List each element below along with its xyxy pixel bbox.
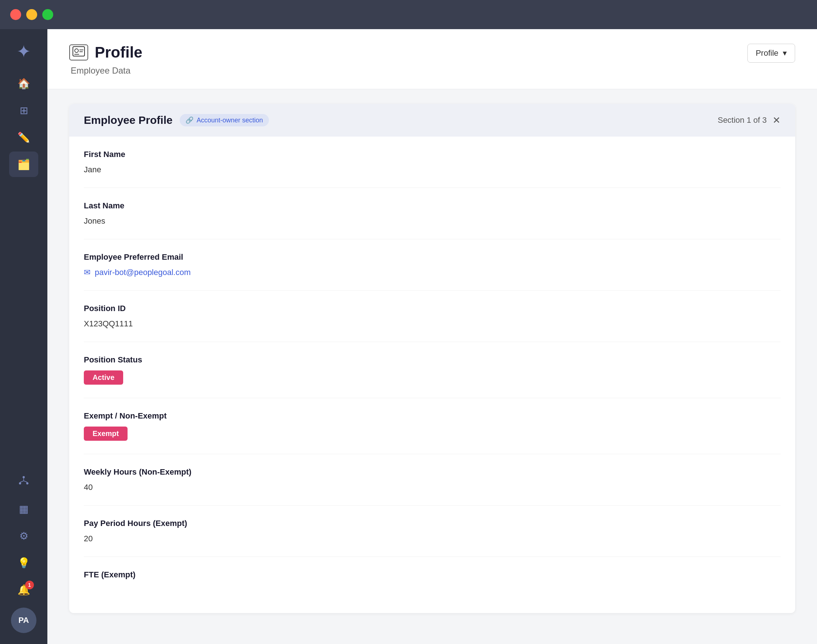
- sidebar-nav: 🏠 ⊞ ✏️ 🗂️: [0, 71, 48, 469]
- minimize-button[interactable]: [26, 9, 37, 20]
- sidebar-item-notifications[interactable]: 🔔 1: [9, 577, 38, 603]
- profile-dropdown-label: Profile: [756, 48, 779, 58]
- field-value-preferred-email: ✉ pavir-bot@peoplegoal.com: [84, 268, 780, 277]
- sidebar: ✦ 🏠 ⊞ ✏️ 🗂️: [0, 29, 48, 644]
- page-subtitle: Employee Data: [71, 66, 143, 76]
- section-header: Employee Profile 🔗 Account-owner section…: [69, 104, 795, 136]
- account-owner-badge: 🔗 Account-owner section: [180, 114, 269, 126]
- field-label-exempt-status: Exempt / Non-Exempt: [84, 411, 780, 421]
- email-link[interactable]: pavir-bot@peoplegoal.com: [95, 268, 190, 277]
- table-icon: ▦: [19, 503, 28, 515]
- field-value-pay-period-hours: 20: [84, 534, 780, 543]
- grid-icon: ⊞: [20, 104, 28, 117]
- link-icon: 🔗: [186, 116, 194, 124]
- svg-point-2: [26, 482, 28, 485]
- field-weekly-hours: Weekly Hours (Non-Exempt) 40: [84, 454, 780, 506]
- section-title: Employee Profile: [84, 114, 172, 126]
- titlebar: [0, 0, 817, 29]
- svg-point-1: [19, 482, 21, 485]
- file-icon: 🗂️: [17, 158, 30, 170]
- field-position-id: Position ID X123QQ1111: [84, 291, 780, 342]
- field-label-weekly-hours: Weekly Hours (Non-Exempt): [84, 467, 780, 477]
- app-logo[interactable]: ✦: [12, 40, 35, 63]
- field-preferred-email: Employee Preferred Email ✉ pavir-bot@peo…: [84, 239, 780, 291]
- page-title: Profile: [95, 44, 143, 61]
- svg-line-4: [20, 481, 24, 482]
- sidebar-item-file[interactable]: 🗂️: [9, 152, 38, 177]
- star-icon: ✦: [16, 43, 31, 60]
- field-value-last-name: Jones: [84, 216, 780, 226]
- field-value-weekly-hours: 40: [84, 483, 780, 492]
- field-label-fte-exempt: FTE (Exempt): [84, 570, 780, 580]
- form-body: First Name Jane Last Name Jones Employee…: [69, 136, 795, 613]
- envelope-icon: ✉: [84, 268, 91, 277]
- sidebar-item-edit[interactable]: ✏️: [9, 124, 38, 150]
- section-close-button[interactable]: ✕: [772, 115, 780, 126]
- badge-label: Account-owner section: [197, 117, 263, 124]
- profile-icon-box: [69, 44, 88, 60]
- svg-point-0: [23, 476, 25, 478]
- maximize-button[interactable]: [42, 9, 53, 20]
- field-exempt-status: Exempt / Non-Exempt Exempt: [84, 398, 780, 454]
- gear-icon: ⚙: [19, 530, 28, 542]
- section-counter-text: Section 1 of 3: [717, 115, 767, 125]
- section-counter: Section 1 of 3 ✕: [717, 115, 780, 126]
- app-body: ✦ 🏠 ⊞ ✏️ 🗂️: [0, 29, 817, 644]
- main-content: Profile Employee Data Profile ▾ Employee…: [48, 29, 817, 644]
- sidebar-bottom: ▦ ⚙ 💡 🔔 1 PA: [9, 469, 38, 633]
- edit-icon: ✏️: [17, 132, 30, 144]
- chevron-down-icon: ▾: [783, 48, 787, 58]
- sidebar-item-table[interactable]: ▦: [9, 496, 38, 521]
- exempt-status-badge: Exempt: [84, 426, 127, 441]
- sidebar-item-home[interactable]: 🏠: [9, 71, 38, 96]
- page-title-row: Profile: [69, 44, 143, 61]
- field-label-pay-period-hours: Pay Period Hours (Exempt): [84, 519, 780, 528]
- id-card-icon: [72, 46, 85, 59]
- page-header: Profile Employee Data Profile ▾: [48, 29, 817, 89]
- field-value-position-id: X123QQ1111: [84, 319, 780, 328]
- sidebar-item-settings[interactable]: ⚙: [9, 523, 38, 549]
- position-status-badge: Active: [84, 370, 123, 385]
- user-avatar[interactable]: PA: [11, 607, 37, 633]
- page-title-area: Profile Employee Data: [69, 44, 143, 76]
- field-label-position-id: Position ID: [84, 304, 780, 313]
- avatar-initials: PA: [18, 616, 29, 625]
- notification-badge: 1: [25, 581, 34, 589]
- sidebar-item-org[interactable]: [9, 469, 38, 495]
- section-title-area: Employee Profile 🔗 Account-owner section: [84, 114, 269, 126]
- profile-dropdown-button[interactable]: Profile ▾: [747, 44, 795, 63]
- home-icon: 🏠: [17, 78, 30, 90]
- sidebar-item-lightbulb[interactable]: 💡: [9, 550, 38, 575]
- sidebar-item-grid[interactable]: ⊞: [9, 98, 38, 123]
- lightbulb-icon: 💡: [17, 557, 30, 569]
- field-label-first-name: First Name: [84, 150, 780, 159]
- employee-profile-section: Employee Profile 🔗 Account-owner section…: [69, 104, 795, 613]
- svg-line-5: [24, 481, 27, 482]
- field-value-first-name: Jane: [84, 165, 780, 175]
- field-first-name: First Name Jane: [84, 136, 780, 188]
- field-fte-exempt: FTE (Exempt): [84, 557, 780, 598]
- traffic-lights: [10, 9, 53, 20]
- field-last-name: Last Name Jones: [84, 188, 780, 239]
- field-label-last-name: Last Name: [84, 201, 780, 210]
- field-pay-period-hours: Pay Period Hours (Exempt) 20: [84, 506, 780, 557]
- close-button[interactable]: [10, 9, 21, 20]
- field-label-preferred-email: Employee Preferred Email: [84, 252, 780, 262]
- field-label-position-status: Position Status: [84, 355, 780, 365]
- org-icon: [18, 475, 29, 489]
- field-position-status: Position Status Active: [84, 342, 780, 398]
- svg-point-7: [75, 49, 78, 52]
